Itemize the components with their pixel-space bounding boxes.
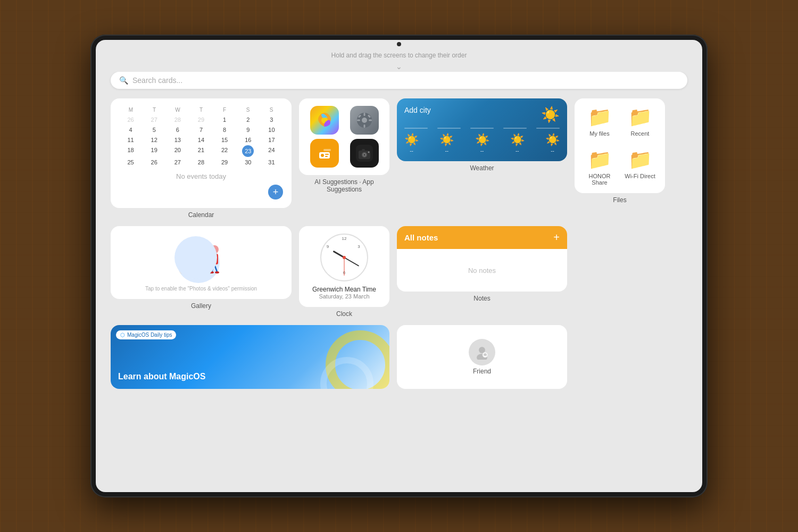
svg-point-12 bbox=[321, 154, 324, 157]
calendar-header: M T W T F S S bbox=[119, 107, 283, 113]
weather-dividers bbox=[404, 128, 560, 129]
svg-point-22 bbox=[368, 152, 369, 153]
clock-widget-wrapper: 12 3 6 9 Greenwich Mean Time Saturday, 2… bbox=[299, 226, 389, 318]
svg-rect-7 bbox=[369, 120, 372, 121]
friend-avatar bbox=[469, 339, 495, 365]
friend-avatar-icon bbox=[475, 345, 489, 360]
magicos-badge-text: MagicOS Daily tips bbox=[127, 332, 172, 338]
calendar-add-button[interactable]: + bbox=[268, 185, 283, 200]
notes-add-button[interactable]: + bbox=[553, 231, 560, 244]
magicos-inner: ⬡ MagicOS Daily tips Learn about MagicOS bbox=[111, 325, 389, 389]
app-icon-camera[interactable] bbox=[350, 139, 379, 168]
notes-header: All notes + bbox=[397, 226, 567, 249]
search-icon: 🔍 bbox=[119, 76, 128, 85]
wifi-direct-label: Wi-Fi Direct bbox=[625, 173, 655, 179]
notes-label: Notes bbox=[397, 295, 567, 302]
file-item-myfiles[interactable]: 📁 My files bbox=[582, 106, 617, 143]
clock-center-dot bbox=[343, 256, 346, 259]
svg-rect-13 bbox=[325, 154, 329, 155]
weather-days-row: ☀️ -- ☀️ -- ☀️ -- bbox=[404, 133, 560, 154]
svg-point-3 bbox=[362, 118, 367, 123]
file-item-wifi-direct[interactable]: 📁 Wi-Fi Direct bbox=[622, 148, 658, 186]
svg-rect-15 bbox=[323, 149, 331, 151]
calendar-label: Calendar bbox=[111, 211, 292, 219]
calendar-body: 26 27 28 29 1 2 3 4 5 6 7 8 9 bbox=[119, 115, 283, 167]
magicos-widget[interactable]: ⬡ MagicOS Daily tips Learn about MagicOS bbox=[111, 325, 389, 389]
notes-empty-text: No notes bbox=[468, 267, 496, 275]
gallery-illustration bbox=[169, 234, 233, 281]
notes-widget[interactable]: All notes + No notes bbox=[397, 226, 567, 292]
svg-rect-4 bbox=[363, 113, 365, 116]
honor-share-icon: 📁 bbox=[588, 148, 612, 171]
recent-label: Recent bbox=[631, 130, 650, 137]
files-label: Files bbox=[575, 196, 665, 204]
gallery-label: Gallery bbox=[111, 302, 292, 310]
chevron-down-icon[interactable]: ⌄ bbox=[396, 62, 402, 71]
weather-widget-wrapper: Add city ☀️ ☀️ bbox=[397, 98, 567, 219]
ai-suggestions-widget-wrapper: AI Suggestions · App Suggestions bbox=[299, 98, 389, 219]
tablet-screen: Hold and drag the screens to change thei… bbox=[96, 40, 702, 492]
weather-day-4: ☀️ -- bbox=[510, 133, 525, 154]
clock-label: Clock bbox=[299, 310, 389, 318]
app-suggestions-grid bbox=[306, 106, 382, 168]
app-icon-settings[interactable] bbox=[350, 106, 379, 135]
magicos-widget-wrapper: ⬡ MagicOS Daily tips Learn about MagicOS bbox=[111, 325, 389, 389]
screen-hint: Hold and drag the screens to change thei… bbox=[331, 52, 467, 59]
gallery-widget[interactable]: Tap to enable the "Photos & videos" perm… bbox=[111, 226, 292, 299]
weather-day-1: ☀️ -- bbox=[404, 133, 419, 154]
gallery-bg-circle bbox=[174, 236, 217, 279]
friend-widget[interactable]: Friend bbox=[397, 325, 567, 389]
friend-name: Friend bbox=[473, 368, 491, 375]
weather-day-2: ☀️ -- bbox=[439, 133, 454, 154]
files-widget-wrapper: 📁 My files 📁 Recent 📁 HONOR Share � bbox=[575, 98, 665, 318]
weather-main-sun-icon: ☀️ bbox=[541, 106, 560, 123]
weather-day-5: ☀️ -- bbox=[545, 133, 560, 154]
file-item-honor-share[interactable]: 📁 HONOR Share bbox=[582, 148, 617, 186]
ai-suggestions-label: AI Suggestions · App Suggestions bbox=[299, 178, 389, 193]
clock-time-label: Greenwich Mean Time bbox=[312, 286, 376, 293]
weather-widget[interactable]: Add city ☀️ ☀️ bbox=[397, 98, 567, 161]
svg-rect-14 bbox=[325, 156, 328, 157]
clock-minute-hand bbox=[344, 257, 360, 267]
search-bar[interactable]: 🔍 Search cards... bbox=[111, 72, 687, 89]
app-icon-photos[interactable] bbox=[310, 106, 339, 135]
clock-face: 12 3 6 9 bbox=[320, 234, 368, 281]
wifi-direct-icon: 📁 bbox=[628, 148, 652, 171]
weather-top: Add city ☀️ bbox=[404, 106, 560, 123]
search-input[interactable]: Search cards... bbox=[132, 76, 182, 85]
cards-area: 🔍 Search cards... M T W T F S bbox=[96, 72, 702, 492]
recent-icon: 📁 bbox=[628, 106, 652, 128]
magicos-badge: ⬡ MagicOS Daily tips bbox=[116, 330, 176, 339]
clock-date-label: Saturday, 23 March bbox=[319, 293, 369, 300]
files-widget[interactable]: 📁 My files 📁 Recent 📁 HONOR Share � bbox=[575, 98, 665, 193]
svg-rect-5 bbox=[363, 124, 365, 128]
notes-title: All notes bbox=[404, 233, 438, 242]
svg-rect-6 bbox=[357, 120, 360, 121]
svg-point-34 bbox=[215, 271, 219, 273]
magicos-text: Learn about MagicOS bbox=[118, 372, 205, 381]
clock-widget[interactable]: 12 3 6 9 Greenwich Mean Time Saturday, 2… bbox=[299, 226, 389, 307]
weather-day-3: ☀️ -- bbox=[475, 133, 489, 154]
clock-second-hand bbox=[344, 257, 345, 276]
gallery-widget-wrapper: Tap to enable the "Photos & videos" perm… bbox=[111, 226, 292, 318]
front-camera bbox=[397, 42, 401, 46]
my-files-icon: 📁 bbox=[588, 106, 612, 128]
weather-label: Weather bbox=[397, 164, 567, 172]
my-files-label: My files bbox=[589, 130, 609, 137]
calendar-today[interactable]: 23 bbox=[242, 145, 254, 157]
notes-body: No notes bbox=[397, 249, 567, 292]
notes-widget-wrapper: All notes + No notes Notes bbox=[397, 226, 567, 318]
app-icon-radio[interactable] bbox=[310, 139, 339, 168]
svg-point-20 bbox=[363, 154, 365, 156]
no-events-text: No events today bbox=[119, 172, 283, 180]
honor-share-label: HONOR Share bbox=[582, 173, 617, 186]
calendar-widget-wrapper: M T W T F S S 26 27 28 29 bbox=[111, 98, 292, 219]
magicos-badge-icon: ⬡ bbox=[120, 332, 125, 338]
calendar-widget[interactable]: M T W T F S S 26 27 28 29 bbox=[111, 98, 292, 208]
weather-add-city[interactable]: Add city bbox=[404, 106, 431, 114]
svg-rect-21 bbox=[362, 149, 365, 151]
widgets-grid: M T W T F S S 26 27 28 29 bbox=[111, 98, 687, 389]
friend-widget-wrapper: Friend bbox=[397, 325, 567, 389]
ai-suggestions-widget[interactable] bbox=[299, 98, 389, 175]
file-item-recent[interactable]: 📁 Recent bbox=[622, 106, 658, 143]
